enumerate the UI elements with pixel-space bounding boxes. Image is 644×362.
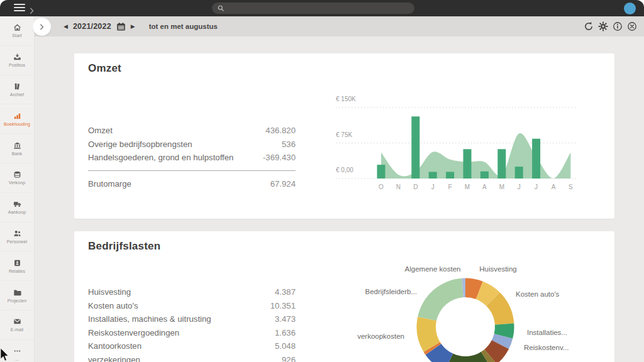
svg-text:J: J <box>431 184 435 190</box>
sidebar-item-label: Personeel <box>7 239 27 244</box>
sidebar-item-label: ... <box>15 357 19 361</box>
svg-text:N: N <box>396 184 401 190</box>
close-icon[interactable] <box>627 21 637 31</box>
sidebar-item-label: Boekhouding <box>4 122 30 126</box>
donut-label: verkoopkosten <box>357 332 404 341</box>
row-label: Huisvesting <box>88 287 131 297</box>
svg-text:€ 0,00: € 0,00 <box>336 167 353 173</box>
table-divider <box>88 170 296 171</box>
envelope-icon <box>13 317 21 326</box>
svg-text:A: A <box>482 184 487 190</box>
sidebar-item-label: Start <box>12 33 21 38</box>
settings-icon[interactable] <box>598 21 608 31</box>
secondary-toolbar: ◀ 2021/2022 ▶ tot en met augustus <box>35 16 644 36</box>
row-value: -369.430 <box>263 153 296 162</box>
omzet-bar-area-chart: € 150K€ 75K€ 0,00ONDJFMAMJJAS <box>327 88 585 195</box>
sidebar-item-bank[interactable]: Bank <box>0 134 34 163</box>
chevron-right-icon[interactable] <box>30 5 34 11</box>
calendar-icon[interactable] <box>116 22 126 31</box>
row-label: Reiskostenvergoedingen <box>88 328 179 337</box>
row-value: 926 <box>282 355 296 362</box>
donut-segment-bedrijfsleiderb[interactable] <box>418 278 464 321</box>
bedrijfslasten-card: Bedrijfslasten Huisvesting4.387Kosten au… <box>74 231 614 362</box>
info-icon[interactable] <box>613 21 623 31</box>
donut-label: Installaties... <box>527 328 567 337</box>
sidebar-item-start[interactable]: Start <box>0 16 34 46</box>
sidebar-item-label: E-mail <box>11 327 23 332</box>
donut-label: Kosten auto's <box>516 290 559 299</box>
chevron-left-icon[interactable]: ◀ <box>64 24 68 30</box>
bank-icon <box>13 141 21 150</box>
card-title: Bedrijfslasten <box>88 240 160 253</box>
sidebar-item-projecten[interactable]: Projecten <box>0 281 34 310</box>
row-value: 1.636 <box>275 328 296 337</box>
svg-text:M: M <box>465 184 470 190</box>
row-label: Kantoorkosten <box>88 341 142 351</box>
sidebar: StartPostbusArchiefBoekhoudingBankVerkoo… <box>0 16 35 362</box>
sidebar-item-label: Aankoop <box>8 210 26 214</box>
svg-text:A: A <box>552 184 556 190</box>
search-icon <box>217 4 225 12</box>
chevron-right-icon[interactable]: ▶ <box>131 24 135 30</box>
row-label: Omzet <box>88 126 113 135</box>
user-avatar[interactable] <box>624 3 636 14</box>
row-value: 536 <box>282 140 296 149</box>
sidebar-item-label: Relaties <box>9 269 25 273</box>
app-window: StartPostbusArchiefBoekhoudingBankVerkoo… <box>0 0 644 362</box>
sidebar-expand-button[interactable] <box>33 18 51 36</box>
row-value: 436.820 <box>265 126 296 135</box>
table-row: Handelsgoederen, grond en hulpstoffen-36… <box>88 151 296 165</box>
svg-text:O: O <box>379 184 384 190</box>
svg-text:M: M <box>499 184 504 190</box>
donut-label: Bedrijfsleiderb... <box>365 287 417 296</box>
mouse-cursor <box>0 348 9 362</box>
chart-icon <box>13 112 21 120</box>
table-row: Huisvesting4.387 <box>88 285 296 299</box>
row-label: Overige bedrijfsopbrengsten <box>88 140 192 149</box>
svg-text:F: F <box>448 184 452 190</box>
contacts-icon <box>13 259 21 267</box>
row-value: 4.387 <box>275 287 296 297</box>
sidebar-item-relaties[interactable]: Relaties <box>0 251 34 281</box>
omzet-table: Omzet436.820Overige bedrijfsopbrengsten5… <box>88 124 296 190</box>
sidebar-item-aankoop[interactable]: Aankoop <box>0 193 34 222</box>
archive-icon <box>13 82 21 90</box>
sidebar-item-archief[interactable]: Archief <box>0 75 34 105</box>
sidebar-item-postbus[interactable]: Postbus <box>0 46 34 75</box>
period-range-selector[interactable]: tot en met augustus <box>149 23 218 30</box>
sidebar-item-label: Postbus <box>9 63 25 67</box>
table-row: Kantoorkosten5.048 <box>88 339 296 353</box>
inbox-icon <box>13 53 21 61</box>
sidebar-item-label: Projecten <box>8 299 26 303</box>
sidebar-item-boekhouding[interactable]: Boekhouding <box>0 104 34 134</box>
table-row: Omzet436.820 <box>88 124 296 138</box>
row-label: Installaties, machines & uitrusting <box>88 314 211 324</box>
sidebar-item-personeel[interactable]: Personeel <box>0 222 34 252</box>
row-label: verzekeringen <box>88 355 140 362</box>
table-row: Reiskostenvergoedingen1.636 <box>88 326 296 340</box>
hamburger-icon[interactable] <box>14 4 25 13</box>
svg-text:J: J <box>518 184 521 190</box>
fiscal-year-selector[interactable]: 2021/2022 <box>73 22 111 31</box>
ellipsis-icon <box>13 347 21 355</box>
donut-label: Huisvesting <box>479 265 516 273</box>
sidebar-item-label: Verkoop <box>9 180 25 185</box>
table-row: Overige bedrijfsopbrengsten536 <box>88 138 296 151</box>
table-row: Installaties, machines & uitrusting3.473 <box>88 312 296 326</box>
home-icon <box>13 23 21 31</box>
row-label: Handelsgoederen, grond en hulpstoffen <box>88 153 233 162</box>
folder-icon <box>13 288 21 297</box>
search-bar[interactable] <box>212 3 414 14</box>
row-value: 10.351 <box>270 301 296 310</box>
refresh-icon[interactable] <box>584 21 594 31</box>
search-input[interactable] <box>225 4 403 13</box>
row-label: Brutomarge <box>88 179 131 189</box>
purchase-icon <box>13 200 21 208</box>
people-icon <box>13 229 21 238</box>
svg-text:€ 75K: € 75K <box>336 131 352 138</box>
sidebar-item-verkoop[interactable]: Verkoop <box>0 163 34 193</box>
sidebar-item-email[interactable]: E-mail <box>0 310 34 340</box>
row-label: Kosten auto's <box>88 301 138 310</box>
row-value: 5.048 <box>275 341 296 351</box>
chevron-right-icon <box>40 24 44 30</box>
